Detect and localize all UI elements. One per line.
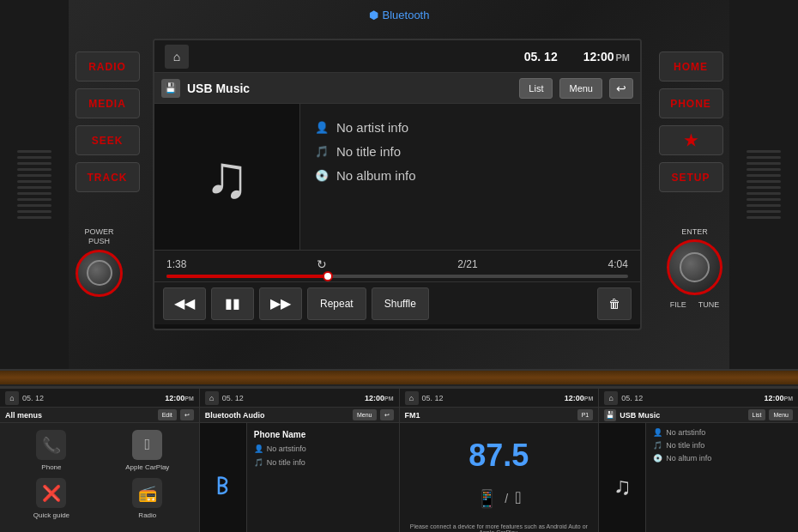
bt-artist-icon: 👤 — [254, 444, 263, 453]
vent-line — [17, 150, 51, 153]
mini-track-info: 👤 No artstinfo 🎵 No title info 💿 No altu… — [646, 423, 798, 532]
bt-artist-text: No artstinfo — [267, 444, 306, 453]
favorite-button[interactable]: ★ — [659, 125, 723, 155]
menu-item-carplay[interactable]:  Apple CarPlay — [103, 430, 192, 471]
mini-panel-fm: ⌂ 05. 12 12:00PM FM1 P1 87.5 📱 /  Pleas… — [400, 389, 600, 532]
time-display: 12:00PM — [583, 50, 630, 63]
track-info: 👤 No artist info 🎵 No title info 💿 No al… — [300, 104, 640, 250]
bottom-strip: ⌂ 05. 12 12:00PM All menus Edit ↩ 📞 Phon… — [0, 386, 798, 532]
vent-line — [747, 162, 781, 165]
guide-menu-icon: ❌ — [36, 478, 66, 508]
mini-subbar-4: 💾 USB Music List Menu — [599, 408, 798, 423]
fm-device-icons: 📱 /  — [476, 488, 521, 509]
mini-home-icon-2: ⌂ — [205, 391, 219, 405]
mini-topbar-3: ⌂ 05. 12 12:00PM — [400, 389, 599, 408]
mini-label-1: All menus — [5, 411, 154, 420]
next-button[interactable]: ▶▶ — [259, 287, 302, 320]
track-count: 2/21 — [457, 258, 477, 270]
mini-date-4: 05. 12 — [621, 394, 643, 402]
bt-info: Phone Name 👤 No artstinfo 🎵 No title inf… — [247, 423, 399, 532]
vent-line — [17, 210, 51, 213]
controls-bar: ◀◀ ▮▮ ▶▶ Repeat Shuffle 🗑 — [154, 281, 640, 324]
vent-line — [17, 174, 51, 177]
vent-line — [17, 204, 51, 207]
right-panel: HOME PHONE ★ SETUP — [652, 51, 729, 192]
mini-title-icon: 🎵 — [653, 441, 662, 450]
vent-line — [17, 156, 51, 159]
back-button[interactable]: ↩ — [609, 78, 633, 99]
mini-album-icon: 💿 — [653, 454, 662, 462]
artist-icon: 👤 — [314, 119, 329, 135]
menu-item-phone[interactable]: 📞 Phone — [7, 430, 96, 471]
progress-area: 1:38 ↻ 2/21 4:04 — [154, 250, 640, 281]
mini-menu-btn-4[interactable]: Menu — [769, 409, 793, 420]
mini-menu-btn-2[interactable]: Menu — [353, 409, 377, 420]
mini-title-row: 🎵 No title info — [653, 441, 791, 450]
delete-button[interactable]: 🗑 — [597, 287, 632, 320]
home-button[interactable]: HOME — [659, 51, 723, 82]
elapsed-time: 1:38 — [166, 258, 186, 270]
repeat-button[interactable]: Repeat — [307, 287, 366, 320]
track-button[interactable]: TRACK — [76, 162, 140, 192]
prev-button[interactable]: ◀◀ — [163, 287, 206, 320]
mini-topbar-2: ⌂ 05. 12 12:00PM — [200, 389, 399, 408]
setup-button[interactable]: SETUP — [659, 162, 723, 192]
mini-edit-btn[interactable]: Edit — [158, 409, 177, 420]
mini-panel-usb: ⌂ 05. 12 12:00PM 💾 USB Music List Menu ♫… — [599, 389, 798, 532]
mini-time-2: 12:00PM — [365, 394, 394, 402]
shuffle-button[interactable]: Shuffle — [372, 287, 429, 320]
title-icon: 🎵 — [314, 143, 329, 159]
album-text: No album info — [336, 168, 416, 183]
vent-right — [729, 0, 798, 369]
mini-topbar-1: ⌂ 05. 12 12:00PM — [0, 389, 199, 408]
menu-item-guide[interactable]: ❌ Quick guide — [7, 478, 96, 519]
mini-subbar-3: FM1 P1 — [400, 408, 599, 423]
power-knob[interactable] — [76, 250, 123, 297]
menu-item-radio[interactable]: 📻 Radio — [103, 478, 192, 519]
mini-list-btn[interactable]: List — [748, 409, 766, 420]
bt-phone-name: Phone Name — [254, 430, 392, 439]
vent-line — [17, 162, 51, 165]
repeat-icon: ↻ — [317, 257, 327, 271]
list-button[interactable]: List — [519, 78, 553, 99]
date-display: 05. 12 — [524, 50, 558, 63]
bt-panel-content: 𐌁 Phone Name 👤 No artstinfo 🎵 No title i… — [200, 423, 399, 532]
tune-knob-inner — [680, 252, 710, 282]
radio-menu-label: Radio — [138, 511, 156, 519]
screen-home-button[interactable]: ⌂ — [165, 45, 189, 69]
pause-button[interactable]: ▮▮ — [211, 287, 254, 320]
vent-line — [747, 186, 781, 189]
tune-knob[interactable] — [667, 239, 722, 295]
fm-divider: / — [505, 492, 508, 505]
knob-inner — [87, 260, 112, 286]
vent-line — [747, 150, 781, 153]
vent-line — [747, 192, 781, 195]
mini-time-4: 12:00PM — [764, 394, 793, 402]
mini-label-3: FM1 — [405, 411, 574, 420]
power-label: POWERPUSH — [84, 227, 113, 246]
mini-home-icon-4: ⌂ — [604, 391, 618, 405]
bt-icon-area: 𐌁 — [200, 423, 247, 532]
mini-music-note-icon: ♫ — [614, 473, 632, 500]
mini-album-row: 💿 No altum info — [653, 454, 791, 462]
album-row: 💿 No album info — [314, 167, 626, 183]
seek-button[interactable]: SEEK — [76, 125, 140, 155]
media-button[interactable]: MEDIA — [76, 88, 140, 118]
music-note-icon: ♫ — [204, 142, 250, 211]
mini-time-1: 12:00PM — [165, 394, 194, 402]
phone-button[interactable]: PHONE — [659, 88, 723, 118]
mini-p1-btn[interactable]: P1 — [577, 409, 594, 420]
album-icon: 💿 — [314, 167, 329, 183]
left-panel: RADIO MEDIA SEEK TRACK — [69, 51, 146, 192]
radio-button[interactable]: RADIO — [76, 51, 140, 82]
mini-back-btn-2[interactable]: ↩ — [380, 409, 394, 420]
progress-dot — [323, 271, 333, 281]
progress-bar[interactable] — [166, 275, 628, 278]
car-unit: ⬢ Bluetooth RADIO MEDIA SEEK T — [0, 0, 798, 369]
vent-line — [17, 192, 51, 195]
menu-button[interactable]: Menu — [559, 78, 602, 99]
file-tune-labels: FILE TUNE — [670, 300, 720, 309]
main-screen: ⌂ 05. 12 12:00PM 💾 USB Music List Menu ↩… — [153, 39, 642, 330]
artist-text: No artist info — [336, 120, 408, 135]
mini-back-btn-1[interactable]: ↩ — [180, 409, 194, 420]
